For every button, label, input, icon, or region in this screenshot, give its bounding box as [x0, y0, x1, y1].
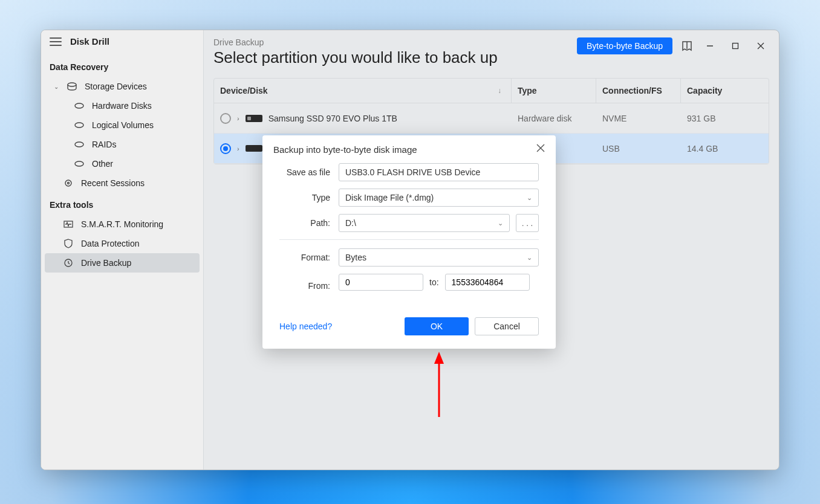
svg-rect-10 — [733, 44, 738, 49]
topbar-left: Drive Backup Select partition you would … — [213, 37, 498, 67]
sidebar-item-logical-volumes[interactable]: Logical Volumes — [45, 115, 200, 135]
cancel-button[interactable]: Cancel — [475, 317, 539, 335]
sidebar-item-data-protection[interactable]: Data Protection — [45, 234, 200, 253]
disk-stack-icon — [67, 81, 77, 92]
sidebar-item-label: RAIDs — [92, 140, 116, 149]
disk-icon — [74, 120, 85, 131]
sort-arrow-icon: ↓ — [498, 86, 505, 95]
backup-dialog: Backup into byte-to-byte disk image Save… — [262, 135, 556, 349]
label-save-as: Save as file — [279, 167, 330, 177]
minimize-button[interactable] — [701, 37, 718, 54]
row-type: Type Disk Image File (*.dmg) ⌄ — [279, 189, 539, 207]
ssd-icon — [246, 115, 262, 122]
disk-icon — [74, 100, 85, 111]
maximize-button[interactable] — [727, 37, 744, 54]
chevron-down-icon: ⌄ — [53, 83, 59, 90]
sidebar-item-label: Storage Devices — [85, 82, 147, 91]
label-type: Type — [279, 193, 330, 202]
radio-unselected[interactable] — [220, 113, 231, 124]
byte-to-byte-backup-button[interactable]: Byte-to-byte Backup — [577, 37, 672, 54]
from-input[interactable] — [339, 274, 423, 291]
app-title: Disk Drill — [70, 36, 109, 47]
sidebar-item-smart[interactable]: S.M.A.R.T. Monitoring — [45, 215, 200, 234]
sidebar-item-hardware-disks[interactable]: Hardware Disks — [45, 96, 200, 115]
sidebar-header: Disk Drill — [41, 36, 203, 55]
close-button[interactable] — [752, 37, 769, 54]
section-extra-tools: Extra tools — [41, 193, 203, 215]
hamburger-icon[interactable] — [50, 37, 62, 46]
svg-point-1 — [75, 103, 83, 108]
path-select[interactable]: D:\ ⌄ — [339, 214, 510, 232]
cell-connection: USB — [596, 144, 681, 153]
sidebar-item-label: Recent Sessions — [81, 178, 145, 188]
sidebar-item-label: Drive Backup — [81, 258, 131, 268]
chevron-down-icon: ⌄ — [527, 254, 532, 262]
bookmark-icon[interactable] — [681, 40, 693, 52]
row-path: Path: D:\ ⌄ . . . — [279, 214, 539, 232]
sidebar-item-drive-backup[interactable]: Drive Backup — [45, 253, 200, 273]
help-link[interactable]: Help needed? — [279, 321, 332, 331]
divider — [279, 239, 539, 240]
svg-point-3 — [75, 142, 83, 147]
svg-point-6 — [68, 183, 70, 184]
dialog-close-button[interactable] — [536, 144, 545, 155]
row-format: Format: Bytes ⌄ — [279, 248, 539, 267]
cell-connection: NVME — [596, 114, 681, 123]
svg-point-0 — [68, 83, 76, 86]
row-save-as: Save as file — [279, 163, 539, 181]
path-value: D:\ — [345, 218, 356, 228]
column-type[interactable]: Type — [512, 79, 596, 103]
sidebar-item-label: Other — [92, 159, 113, 169]
chevron-right-icon[interactable]: › — [237, 115, 239, 122]
cell-type: Hardware disk — [512, 114, 596, 123]
save-as-input[interactable] — [339, 163, 539, 181]
svg-point-2 — [75, 123, 83, 128]
type-select[interactable]: Disk Image File (*.dmg) ⌄ — [339, 189, 539, 207]
column-label: Connection/FS — [602, 86, 662, 95]
disk-icon — [74, 139, 85, 150]
column-label: Capacity — [687, 86, 722, 95]
device-name: Samsung SSD 970 EVO Plus 1TB — [268, 114, 397, 123]
dialog-footer: Help needed? OK Cancel — [262, 305, 556, 349]
sidebar-item-raids[interactable]: RAIDs — [45, 135, 200, 154]
page-title: Select partition you would like to back … — [213, 48, 498, 67]
column-capacity[interactable]: Capacity — [681, 79, 769, 103]
column-device[interactable]: Device/Disk ↓ — [214, 79, 512, 103]
dialog-body: Save as file Type Disk Image File (*.dmg… — [262, 160, 556, 298]
radio-selected[interactable] — [220, 143, 231, 154]
sidebar-item-label: Logical Volumes — [92, 120, 154, 130]
format-value: Bytes — [345, 253, 366, 262]
row-range: From: to: — [279, 274, 539, 298]
flash-drive-icon — [246, 145, 262, 152]
label-format: Format: — [279, 253, 330, 262]
topbar-right: Byte-to-byte Backup — [577, 37, 769, 54]
heartbeat-icon — [63, 219, 74, 230]
cell-capacity: 14.4 GB — [681, 144, 769, 153]
browse-button[interactable]: . . . — [516, 214, 539, 232]
sidebar: Disk Drill Data Recovery ⌄ Storage Devic… — [41, 30, 204, 470]
chevron-right-icon[interactable]: › — [237, 145, 239, 152]
column-label: Device/Disk — [220, 86, 268, 95]
ok-button[interactable]: OK — [405, 317, 469, 335]
format-select[interactable]: Bytes ⌄ — [339, 248, 539, 267]
history-icon — [63, 257, 74, 268]
column-connection[interactable]: Connection/FS — [596, 79, 681, 103]
gear-icon — [63, 178, 74, 189]
desktop-background: Disk Drill Data Recovery ⌄ Storage Devic… — [0, 0, 820, 504]
sidebar-item-recent-sessions[interactable]: Recent Sessions — [45, 173, 200, 193]
chevron-down-icon: ⌄ — [498, 219, 503, 227]
disk-icon — [74, 158, 85, 169]
to-input[interactable] — [445, 274, 530, 291]
chevron-down-icon: ⌄ — [527, 194, 532, 202]
cell-device: › Samsung SSD 970 EVO Plus 1TB — [214, 113, 512, 124]
table-row[interactable]: › Samsung SSD 970 EVO Plus 1TB Hardware … — [214, 103, 769, 134]
sidebar-item-label: Hardware Disks — [92, 101, 152, 111]
sidebar-item-storage-devices[interactable]: ⌄ Storage Devices — [45, 77, 200, 96]
breadcrumb: Drive Backup — [213, 37, 498, 47]
table-header: Device/Disk ↓ Type Connection/FS Capacit… — [214, 79, 769, 103]
label-from: From: — [279, 281, 330, 291]
sidebar-item-other[interactable]: Other — [45, 154, 200, 173]
section-data-recovery: Data Recovery — [41, 55, 203, 77]
column-label: Type — [518, 86, 537, 95]
cell-capacity: 931 GB — [681, 114, 769, 123]
